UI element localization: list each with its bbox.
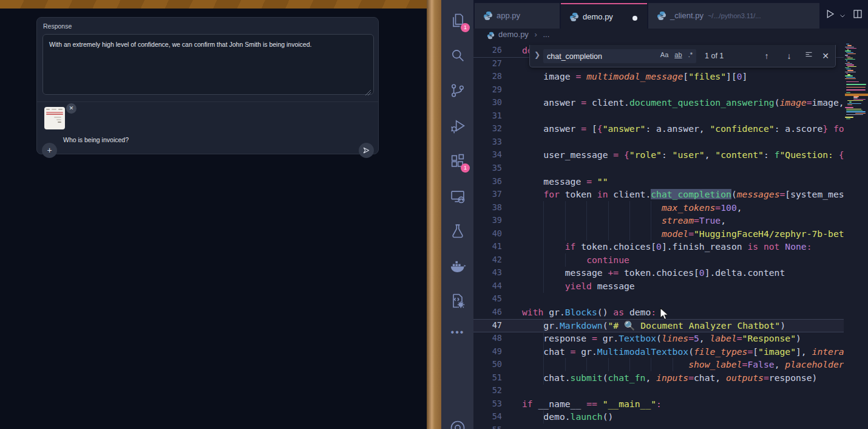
indent-guide	[565, 214, 566, 227]
indent-guide	[608, 214, 609, 227]
account-icon[interactable]	[449, 419, 466, 429]
code-line-47[interactable]: 47 gr.Markdown("# 🔍 Document Analyzer Ch…	[473, 319, 844, 332]
find-close-icon[interactable]: ✕	[819, 50, 832, 62]
whole-word-toggle[interactable]: ab	[674, 51, 682, 58]
textarea-resize-handle[interactable]	[365, 90, 371, 95]
breadcrumb-file[interactable]: demo.py	[498, 30, 529, 39]
code-line-37[interactable]: 37 for token in client.chat_completion(m…	[473, 188, 844, 201]
code-line-29[interactable]: 29	[473, 83, 844, 97]
regex-toggle[interactable]: .*	[688, 51, 693, 58]
code-line-36[interactable]: 36 message = ""	[473, 175, 844, 188]
match-case-toggle[interactable]: Aa	[660, 51, 668, 58]
minimap-line	[846, 87, 865, 88]
thumbnail-close-icon[interactable]: ✕	[66, 103, 76, 114]
code-line-44[interactable]: 44 yield message	[473, 280, 844, 293]
cmake-tools-icon[interactable]	[449, 292, 466, 309]
source-control-icon[interactable]	[449, 82, 466, 99]
minimap-line	[846, 69, 851, 69]
response-textarea[interactable]: With an extremely high level of confiden…	[42, 34, 374, 95]
find-input-box: Aa ab .*	[543, 49, 696, 63]
minimap-line	[846, 118, 850, 119]
code-line-35[interactable]: 35	[473, 162, 844, 175]
breadcrumb-more[interactable]: ...	[543, 30, 549, 39]
line-number: 45	[473, 292, 502, 306]
minimap-line	[845, 59, 855, 60]
find-match-count: 1 of 1	[705, 52, 724, 60]
code-line-45[interactable]: 45	[473, 292, 844, 306]
more-views-icon[interactable]: •••	[449, 327, 466, 344]
code-line-31[interactable]: 31	[473, 109, 844, 123]
code-line-34[interactable]: 34 user_message = {"role": "user", "cont…	[473, 148, 844, 162]
code-line-48[interactable]: 48 response = gr.Textbox(lines=5, label=…	[473, 332, 844, 345]
window-divider-sash[interactable]	[427, 0, 441, 429]
code-line-46[interactable]: 46with gr.Blocks() as demo:	[473, 306, 844, 319]
find-expand-chevron-icon[interactable]: ❯	[534, 50, 540, 59]
code-line-42[interactable]: 42 continue	[473, 253, 844, 267]
line-number: 33	[473, 136, 502, 149]
indent-guide	[543, 253, 544, 267]
code-line-52[interactable]: 52	[473, 384, 844, 397]
indent-guide	[629, 358, 630, 371]
breadcrumb[interactable]: demo.py › ...	[473, 29, 868, 44]
minimap-line	[846, 57, 850, 57]
indent-guide	[629, 227, 630, 241]
run-debug-icon[interactable]	[449, 117, 466, 134]
run-dropdown-chevron-icon[interactable]	[839, 12, 846, 19]
code-line-39[interactable]: 39 stream=True,	[473, 214, 844, 227]
indent-guide	[543, 280, 544, 293]
invoice-thumbnail[interactable]	[44, 107, 65, 129]
find-in-selection-icon[interactable]	[802, 50, 815, 62]
run-button[interactable]	[824, 9, 835, 19]
code-line-53[interactable]: 53if __name__ == "__main__":	[473, 397, 844, 411]
send-icon	[362, 146, 370, 154]
minimap-line	[846, 81, 859, 82]
code-line-50[interactable]: 50 show_label=False, placeholder=	[473, 358, 844, 371]
activity-bar: 1 1 •••	[441, 0, 473, 429]
code-line-55[interactable]: 55	[473, 424, 844, 429]
find-input[interactable]	[546, 50, 645, 63]
docker-icon[interactable]	[449, 258, 466, 275]
tab-app-py[interactable]: app.py	[475, 3, 560, 29]
gradio-blocks-card: Response With an extremely high level of…	[36, 17, 379, 154]
minimap-line	[846, 64, 854, 65]
code-line-40[interactable]: 40 model="HuggingFaceH4/zephyr-7b-beta	[473, 227, 844, 241]
tab-label: app.py	[497, 11, 520, 20]
minimap-line	[847, 105, 852, 105]
code-line-30[interactable]: 30 answer = client.document_question_ans…	[473, 96, 844, 109]
send-button[interactable]	[359, 143, 374, 158]
minimap-line	[847, 100, 863, 101]
indent-guide	[543, 266, 544, 280]
code-line-28[interactable]: 28 image = multimodal_message["files"][0…	[473, 70, 844, 83]
minimap[interactable]	[845, 44, 868, 429]
find-previous-icon[interactable]: ↑	[761, 50, 773, 62]
code-editor[interactable]: 26def chat_fn(multimodal_message):2728 i…	[473, 44, 868, 429]
minimap-line	[847, 53, 855, 54]
code-line-33[interactable]: 33	[473, 136, 844, 149]
code-line-54[interactable]: 54 demo.launch()	[473, 410, 844, 424]
minimap-line	[846, 77, 855, 78]
split-editor-icon[interactable]	[852, 9, 863, 19]
explorer-icon[interactable]: 1	[449, 12, 466, 29]
chat-input-text[interactable]: Who is being invoiced?	[63, 136, 129, 143]
code-line-41[interactable]: 41 if token.choices[0].finish_reason is …	[473, 240, 844, 253]
code-line-32[interactable]: 32 answer = [{"answer": a.answer, "confi…	[473, 122, 844, 136]
modified-dot[interactable]	[632, 16, 637, 21]
search-icon[interactable]	[449, 47, 466, 64]
line-number: 52	[473, 384, 502, 397]
extensions-icon[interactable]: 1	[449, 153, 466, 170]
find-next-icon[interactable]: ↓	[783, 50, 795, 62]
remote-explorer-icon[interactable]	[449, 188, 466, 205]
tab-description: ~/.../python3.11/...	[708, 12, 761, 19]
code-line-51[interactable]: 51 chat.submit(chat_fn, inputs=chat, out…	[473, 371, 844, 385]
minimap-line	[847, 70, 853, 70]
attach-file-button[interactable]: +	[42, 143, 57, 158]
line-number: 42	[473, 253, 502, 267]
indent-guide	[543, 201, 544, 214]
code-line-43[interactable]: 43 message += token.choices[0].delta.con…	[473, 266, 844, 280]
code-line-38[interactable]: 38 max_tokens=100,	[473, 201, 844, 214]
line-number: 53	[473, 397, 502, 411]
tab-client-py[interactable]: _client.py~/.../python3.11/...	[648, 3, 819, 29]
code-line-49[interactable]: 49 chat = gr.MultimodalTextbox(file_type…	[473, 345, 844, 359]
testing-flask-icon[interactable]	[449, 222, 466, 239]
tab-demo-py[interactable]: demo.py	[561, 3, 647, 29]
